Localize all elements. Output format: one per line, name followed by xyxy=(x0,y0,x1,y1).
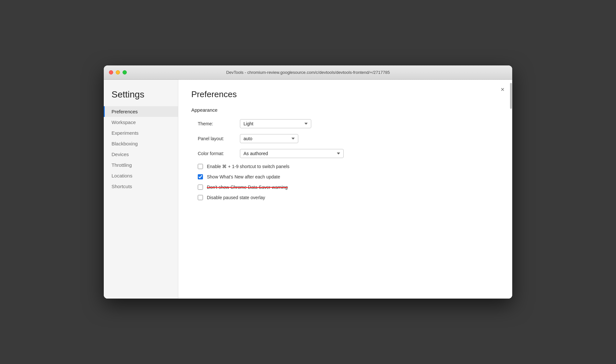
shortcut-switch-row: Enable ⌘ + 1-9 shortcut to switch panels xyxy=(191,164,499,169)
sidebar-item-blackboxing[interactable]: Blackboxing xyxy=(104,138,178,149)
paused-state-checkbox[interactable] xyxy=(198,195,203,200)
paused-state-label: Disable paused state overlay xyxy=(207,195,265,200)
sidebar-nav: Preferences Workspace Experiments Blackb… xyxy=(104,106,178,192)
mac-window: DevTools - chromium-review.googlesource.… xyxy=(104,65,512,299)
shortcut-switch-label: Enable ⌘ + 1-9 shortcut to switch panels xyxy=(207,164,290,169)
data-saver-label: Don't show Chrome Data Saver warning xyxy=(207,185,288,190)
paused-state-row: Disable paused state overlay xyxy=(191,195,499,200)
color-format-row: Color format: As authored HEX RGB HSL xyxy=(191,149,499,158)
panel-layout-select[interactable]: auto horizontal vertical xyxy=(240,134,298,143)
window-content: Settings Preferences Workspace Experimen… xyxy=(104,80,512,299)
theme-row: Theme: Light Dark System preference xyxy=(191,119,499,128)
window-title: DevTools - chromium-review.googlesource.… xyxy=(226,70,390,75)
sidebar-item-workspace[interactable]: Workspace xyxy=(104,117,178,128)
data-saver-row: Don't show Chrome Data Saver warning xyxy=(191,185,499,190)
whats-new-label: Show What's New after each update xyxy=(207,174,280,179)
data-saver-checkbox[interactable] xyxy=(198,185,203,190)
main-content: × Preferences Appearance Theme: Light Da… xyxy=(178,80,512,299)
close-traffic-light[interactable] xyxy=(109,70,113,74)
sidebar-item-experiments[interactable]: Experiments xyxy=(104,128,178,138)
sidebar-title: Settings xyxy=(104,86,178,106)
appearance-section-title: Appearance xyxy=(191,107,499,113)
sidebar-item-preferences[interactable]: Preferences xyxy=(104,106,178,117)
maximize-traffic-light[interactable] xyxy=(123,70,127,74)
shortcut-switch-checkbox[interactable] xyxy=(198,164,203,169)
appearance-section: Appearance Theme: Light Dark System pref… xyxy=(191,107,499,200)
theme-select[interactable]: Light Dark System preference xyxy=(240,119,311,128)
scrollbar-track[interactable] xyxy=(510,80,512,299)
sidebar: Settings Preferences Workspace Experimen… xyxy=(104,80,178,299)
titlebar: DevTools - chromium-review.googlesource.… xyxy=(104,65,512,80)
page-title: Preferences xyxy=(191,89,499,99)
sidebar-item-devices[interactable]: Devices xyxy=(104,149,178,160)
minimize-traffic-light[interactable] xyxy=(116,70,120,74)
whats-new-checkbox[interactable] xyxy=(198,174,203,179)
close-settings-button[interactable]: × xyxy=(501,86,504,93)
theme-label: Theme: xyxy=(198,121,240,126)
sidebar-item-shortcuts[interactable]: Shortcuts xyxy=(104,181,178,192)
sidebar-item-locations[interactable]: Locations xyxy=(104,170,178,181)
scrollbar-thumb[interactable] xyxy=(510,83,512,109)
whats-new-row: Show What's New after each update xyxy=(191,174,499,179)
color-format-select[interactable]: As authored HEX RGB HSL xyxy=(240,149,344,158)
color-format-label: Color format: xyxy=(198,151,240,156)
panel-layout-row: Panel layout: auto horizontal vertical xyxy=(191,134,499,143)
sidebar-item-throttling[interactable]: Throttling xyxy=(104,160,178,170)
traffic-lights xyxy=(109,70,127,74)
panel-layout-label: Panel layout: xyxy=(198,136,240,141)
